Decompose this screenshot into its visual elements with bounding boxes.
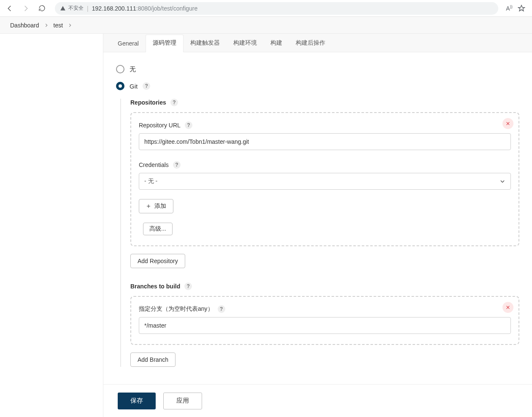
help-icon[interactable]: ? [173,161,181,169]
tab-build-env[interactable]: 构建环境 [227,35,264,52]
read-aloud-icon[interactable]: A)) [504,5,514,12]
branch-spec-input[interactable] [139,317,511,334]
tab-post-build[interactable]: 构建后操作 [289,35,332,52]
branches-heading: Branches to build ? [130,282,519,290]
repositories-heading: Repositories ? [130,99,519,106]
addr-separator: | [87,5,89,12]
repo-url-label: Repository URL ? [139,121,511,129]
credentials-selected-value: - 无 - [144,178,157,185]
breadcrumb-job[interactable]: test [51,20,66,30]
forward-button[interactable] [19,2,33,15]
delete-branch-button[interactable] [502,302,513,313]
tab-build[interactable]: 构建 [264,35,289,52]
credentials-label: Credentials ? [139,161,511,169]
repo-advanced-button[interactable]: 高级... [143,223,173,235]
scm-none-label: 无 [130,65,136,73]
config-tabs: General 源码管理 构建触发器 构建环境 构建 构建后操作 [103,34,532,52]
breadcrumb: Dashboard test [0,17,532,34]
config-content: 无 Git ? Repositories ? [103,52,532,417]
save-button[interactable]: 保存 [118,393,156,409]
chevron-right-icon [44,23,49,27]
help-icon[interactable]: ? [218,305,225,313]
main-column: General 源码管理 构建触发器 构建环境 构建 构建后操作 无 Git ? [103,34,532,417]
browser-toolbar: 不安全 | 192.168.200.111:8080/job/test/conf… [0,0,532,17]
browser-right-icons: A)) [504,5,529,12]
address-bar[interactable]: 不安全 | 192.168.200.111:8080/job/test/conf… [55,2,498,15]
not-secure-indicator: 不安全 [60,5,84,12]
apply-button[interactable]: 应用 [163,393,202,409]
back-button[interactable] [3,2,17,15]
chevron-down-icon [500,178,505,184]
tab-triggers[interactable]: 构建触发器 [184,35,227,52]
add-credentials-button[interactable]: 添加 [139,199,173,213]
help-icon[interactable]: ? [170,99,178,106]
add-repository-button[interactable]: Add Repository [130,254,185,268]
credentials-select[interactable]: - 无 - [139,173,511,190]
scm-none-option[interactable]: 无 [116,65,519,73]
chevron-right-icon [68,23,72,27]
tab-general[interactable]: General [111,36,146,52]
git-config-block: Repositories ? Repository URL ? Credenti… [120,99,519,367]
delete-repository-button[interactable] [502,118,513,129]
favorite-icon[interactable] [518,5,528,12]
page-layout: General 源码管理 构建触发器 构建环境 构建 构建后操作 无 Git ? [0,34,532,417]
scm-git-option[interactable]: Git ? [116,82,519,90]
breadcrumb-dashboard[interactable]: Dashboard [8,20,42,30]
not-secure-label: 不安全 [68,5,84,12]
tab-scm[interactable]: 源码管理 [146,35,184,52]
help-icon[interactable]: ? [184,282,192,290]
help-icon[interactable]: ? [185,121,192,129]
footer-actions: 保存 应用 [103,384,532,417]
add-branch-button[interactable]: Add Branch [130,352,176,367]
radio-unchecked-icon [116,65,124,73]
radio-checked-icon [116,82,124,90]
url-text: 192.168.200.111:8080/job/test/configure [92,5,198,12]
scm-git-label: Git [130,83,138,90]
plus-icon [146,204,151,209]
repo-url-input[interactable] [139,133,511,150]
repository-entry: Repository URL ? Credentials ? - 无 - [130,112,519,246]
branch-spec-label: 指定分支（为空时代表any） ? [139,305,511,313]
add-credentials-label: 添加 [154,202,166,210]
help-icon[interactable]: ? [143,82,150,90]
reload-button[interactable] [35,2,49,15]
branch-entry: 指定分支（为空时代表any） ? [130,296,519,345]
left-sidebar [0,34,103,417]
